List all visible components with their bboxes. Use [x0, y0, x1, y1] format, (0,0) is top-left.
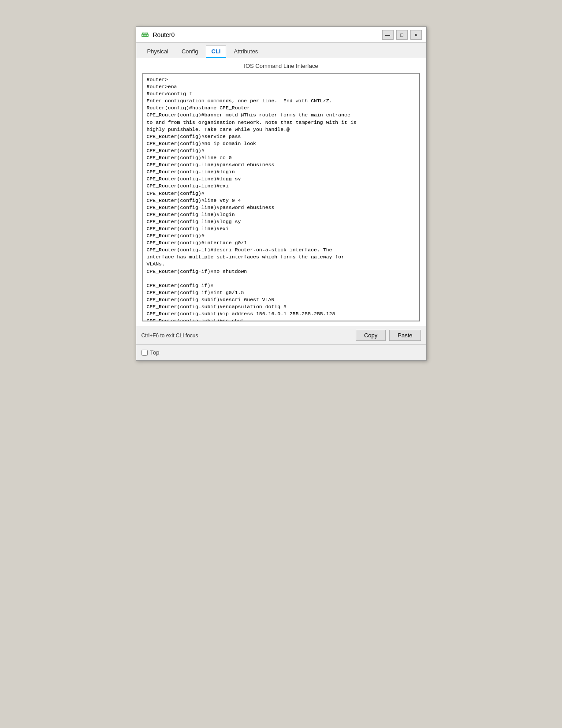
tab-physical[interactable]: Physical — [141, 45, 174, 58]
content-area: IOS Command Line Interface Router> Route… — [136, 58, 426, 326]
bottom-bar: Ctrl+F6 to exit CLI focus Copy Paste — [136, 326, 426, 344]
btn-group: Copy Paste — [356, 330, 421, 341]
top-label: Top — [150, 349, 160, 356]
tab-attributes[interactable]: Attributes — [228, 45, 264, 58]
svg-line-6 — [147, 32, 148, 34]
svg-point-1 — [142, 34, 143, 36]
tab-config[interactable]: Config — [176, 45, 204, 58]
title-bar-controls: — □ × — [382, 30, 422, 40]
title-bar: Router0 — □ × — [136, 27, 426, 43]
bottom-hint: Ctrl+F6 to exit CLI focus — [141, 332, 198, 339]
close-button[interactable]: × — [410, 30, 422, 40]
section-title: IOS Command Line Interface — [142, 63, 420, 69]
router-icon — [141, 30, 149, 39]
top-checkbox[interactable] — [141, 350, 148, 356]
paste-button[interactable]: Paste — [389, 330, 421, 341]
tab-cli[interactable]: CLI — [206, 45, 227, 58]
title-bar-left: Router0 — [141, 30, 175, 39]
svg-point-2 — [144, 34, 145, 36]
maximize-button[interactable]: □ — [396, 30, 408, 40]
window-title: Router0 — [153, 31, 175, 38]
terminal-output[interactable]: Router> Router>ena Router#config t Enter… — [143, 74, 419, 321]
copy-button[interactable]: Copy — [356, 330, 386, 341]
terminal-wrapper: Router> Router>ena Router#config t Enter… — [142, 73, 420, 321]
footer-bar: Top — [136, 344, 426, 360]
tab-bar: Physical Config CLI Attributes — [136, 43, 426, 58]
router-window: Router0 — □ × Physical Config CLI Attrib… — [136, 26, 427, 361]
svg-point-3 — [146, 34, 148, 36]
svg-line-4 — [142, 32, 143, 34]
minimize-button[interactable]: — — [382, 30, 394, 40]
